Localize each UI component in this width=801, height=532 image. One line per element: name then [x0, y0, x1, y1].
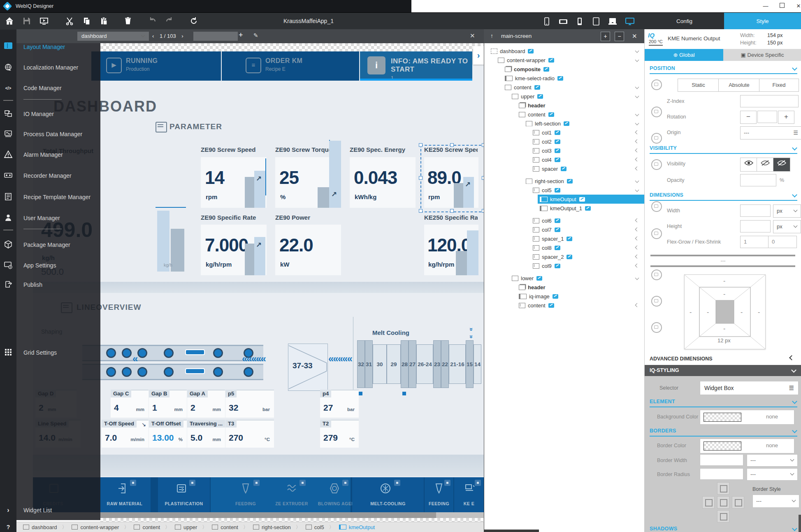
zone-segment[interactable]: 32: [357, 340, 365, 388]
tab-global[interactable]: ⊕ Global: [645, 49, 723, 61]
breadcrumb-item[interactable]: right-section 〉: [253, 524, 301, 531]
origin-select[interactable]: --- ☰: [740, 126, 801, 139]
add-screen-button[interactable]: +: [239, 31, 243, 39]
refresh-button[interactable]: [189, 16, 199, 26]
tree-item-chevron[interactable]: [636, 140, 639, 143]
device-override-icon[interactable]: [651, 296, 662, 307]
tree-item-chevron[interactable]: [636, 237, 639, 240]
breadcrumb-item[interactable]: upper 〉: [175, 524, 207, 531]
tree-item-chevron[interactable]: [636, 255, 639, 258]
section-element[interactable]: ELEMENT: [650, 399, 797, 407]
selection-handle[interactable]: [450, 143, 454, 147]
tree-item-chevron[interactable]: [636, 113, 639, 116]
flex-shrink-input[interactable]: 0: [768, 236, 797, 248]
tree-item-chevron[interactable]: [636, 122, 639, 125]
canvas-hscrollbar[interactable]: [100, 512, 484, 518]
border-width-unit-select[interactable]: ---: [747, 454, 798, 467]
tree-item-chevron[interactable]: [636, 246, 639, 249]
recorder-manager-icon[interactable]: [3, 171, 13, 181]
selector-select[interactable]: Widget Box ☰: [700, 381, 799, 395]
expand-all-button[interactable]: +: [601, 32, 610, 41]
tree-item[interactable]: spacer_2: [484, 252, 645, 261]
position-fixed-button[interactable]: Fixed: [759, 79, 799, 92]
menu-item-code-manager[interactable]: Code Manager: [23, 85, 62, 91]
selection-handle[interactable]: [419, 176, 423, 180]
process-data-icon[interactable]: [3, 129, 13, 139]
tree-item-chevron[interactable]: [636, 49, 639, 53]
tab-config[interactable]: Config: [645, 13, 724, 30]
height-input[interactable]: [740, 220, 771, 232]
tree-item[interactable]: spacer_1: [484, 234, 645, 243]
tree-item[interactable]: kmeOutput: [484, 195, 645, 204]
tree-item[interactable]: col7: [484, 225, 645, 234]
zone-segment[interactable]: 22: [441, 340, 449, 388]
param-chip[interactable]: T2 279 °C: [320, 420, 359, 448]
tree-item-chevron[interactable]: [636, 58, 639, 62]
section-visibility[interactable]: VISIBILITY: [650, 145, 797, 154]
status-tile-info[interactable]: i INFO: AMS READY TO START 1: [360, 51, 472, 81]
padding-right-value[interactable]: -: [741, 309, 743, 316]
menu-item-grid-settings[interactable]: Grid Settings: [23, 349, 57, 356]
preview-button[interactable]: [39, 16, 49, 26]
nav-item-feeding[interactable]: FEEDING: [223, 477, 268, 512]
rotation-input[interactable]: [757, 111, 777, 123]
menu-item-layout-manager[interactable]: Layout Manager: [23, 44, 65, 50]
color-swatch[interactable]: [703, 441, 741, 451]
hidden-eye-icon[interactable]: [757, 158, 774, 172]
menu-item-recorder-manager[interactable]: Recorder Manager: [23, 172, 72, 179]
tree-item-chevron[interactable]: [636, 149, 639, 152]
param-chip[interactable]: p5 32 bar: [225, 390, 274, 418]
widget-list-expand-icon[interactable]: ›: [3, 505, 13, 515]
menu-item-localization-manager[interactable]: Localization Manager: [23, 64, 78, 71]
param-chip[interactable]: Traversing ... 5.0 mm: [187, 420, 225, 448]
tree-item-chevron[interactable]: [636, 131, 639, 134]
tree-item-chevron[interactable]: [636, 304, 639, 307]
breadcrumb-item[interactable]: kmeOutput 〉: [339, 524, 375, 530]
breadcrumb-item[interactable]: dashboard 〉: [23, 524, 67, 531]
app-settings-icon[interactable]: [3, 260, 13, 270]
tree-item-chevron[interactable]: [636, 276, 639, 280]
zone-segment[interactable]: 23: [433, 340, 441, 388]
zone-segment[interactable]: 31: [365, 340, 373, 388]
device-phone-landscape-icon[interactable]: [558, 17, 569, 26]
width-input[interactable]: [740, 204, 771, 217]
menu-item-widget-list[interactable]: Widget List: [23, 507, 52, 513]
menu-item-package-manager[interactable]: Package Manager: [23, 242, 70, 248]
tree-item[interactable]: kmeOutput_1: [484, 204, 645, 213]
pager-prev-icon[interactable]: ‹: [152, 33, 154, 39]
border-width-input[interactable]: [700, 454, 743, 466]
selection-handle[interactable]: [450, 209, 454, 213]
menu-item-recipe-template-manager[interactable]: Recipe Template Manager: [23, 194, 91, 200]
border-left-toggle[interactable]: [702, 496, 715, 509]
grid-settings-icon[interactable]: [3, 348, 13, 358]
layout-manager-icon[interactable]: [3, 42, 13, 52]
device-laptop-icon[interactable]: [607, 17, 618, 26]
save-button[interactable]: [22, 16, 32, 26]
undo-button[interactable]: [148, 16, 158, 26]
menu-item-alarm-manager[interactable]: Alarm Manager: [23, 151, 63, 158]
tab-device-specific[interactable]: ▣ Device Specific: [723, 49, 801, 61]
device-override-icon[interactable]: [651, 79, 662, 90]
redo-button[interactable]: [165, 16, 174, 26]
tree-item-chevron[interactable]: [636, 167, 639, 170]
section-borders[interactable]: BORDERS: [650, 428, 797, 437]
tree-item[interactable]: col4: [484, 155, 645, 164]
position-static-button[interactable]: Static: [678, 79, 719, 92]
tree-item[interactable]: kme-select-radio: [484, 74, 645, 83]
tree-item[interactable]: col8: [484, 243, 645, 252]
device-override-icon[interactable]: [651, 322, 662, 333]
param-chip[interactable]: T-Off Offset 13.00 %: [149, 420, 187, 448]
kpi-tile-spec-energy[interactable]: 0.043 kWh/kg: [350, 157, 416, 208]
device-override-icon[interactable]: [651, 107, 662, 117]
tree-item[interactable]: col3: [484, 146, 645, 155]
localization-icon[interactable]: [3, 63, 13, 73]
device-override-icon[interactable]: [651, 159, 662, 170]
tree-item[interactable]: col5: [484, 186, 645, 195]
menu-item-user-manager[interactable]: User Manager: [23, 215, 60, 221]
zone-segment[interactable]: 29: [387, 344, 401, 384]
nav-item-melt-cooling[interactable]: MELT-COOLING: [352, 477, 424, 512]
scroll-down-chevrons-icon[interactable]: »: [470, 328, 474, 331]
copy-button[interactable]: [82, 16, 92, 26]
tree-item[interactable]: content: [484, 301, 645, 310]
nav-item-plastification[interactable]: PLASTIFICATION: [158, 477, 210, 512]
